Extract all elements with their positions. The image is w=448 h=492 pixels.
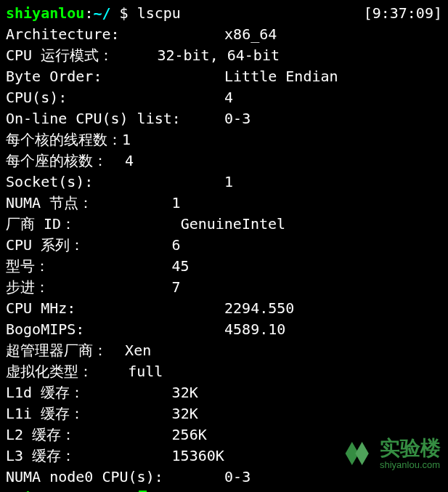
row-pad [76, 424, 171, 445]
row-value: full [128, 361, 163, 382]
row-pad [84, 403, 171, 424]
command-text[interactable]: lscpu [137, 4, 181, 22]
row-pad [76, 298, 224, 319]
prompt-path-2: ~/ [93, 489, 110, 492]
row-label: CPU 系列： [6, 235, 84, 256]
row-label: CPU 运行模式： [6, 45, 113, 66]
row-pad [84, 235, 171, 256]
row-pad [49, 277, 172, 298]
row-value: 7 [172, 277, 181, 298]
time-2: [9:37:12] [364, 488, 442, 492]
row-pad [84, 382, 171, 403]
output-row: 超管理器厂商： Xen [6, 340, 442, 361]
output-row: Byte Order: Little Endian [6, 66, 442, 87]
output-row: 厂商 ID： GenuineIntel [6, 214, 442, 235]
row-pad [76, 214, 181, 235]
row-value: 15360K [172, 445, 224, 467]
row-pad [163, 467, 224, 488]
row-value: 32-bit, 64-bit [157, 45, 280, 66]
output-row: NUMA 节点： 1 [6, 193, 442, 214]
prompt-user: shiyanlou [6, 4, 84, 22]
row-label: CPU(s): [6, 87, 67, 108]
row-label: L1i 缓存： [6, 403, 84, 424]
row-pad [93, 172, 224, 193]
output-row: L1d 缓存： 32K [6, 382, 442, 403]
row-value: 0-3 [224, 108, 251, 129]
row-label: NUMA 节点： [6, 193, 93, 214]
row-value: 1 [172, 193, 181, 214]
row-value: 256K [172, 424, 207, 445]
output-row: NUMA node0 CPU(s): 0-3 [6, 467, 442, 488]
row-pad [120, 24, 225, 45]
row-label: 虚拟化类型： [6, 361, 93, 382]
row-value: 4589.10 [224, 319, 285, 340]
row-label: 步进： [6, 277, 49, 298]
prompt-sep: : [84, 4, 93, 22]
row-pad [93, 361, 128, 382]
output-row: 每个座的核数： 4 [6, 150, 442, 172]
row-value: 45 [172, 256, 190, 277]
output-row: 虚拟化类型： full [6, 361, 442, 382]
output-row: Socket(s): 1 [6, 172, 442, 193]
row-label: 厂商 ID： [6, 214, 76, 235]
output-row: 型号： 45 [6, 256, 442, 277]
output-row: CPU MHz: 2294.550 [6, 298, 442, 319]
row-pad [84, 319, 224, 340]
row-value: 1 [122, 129, 131, 150]
row-pad [181, 108, 224, 129]
row-value: x86_64 [224, 24, 277, 45]
row-value: 6 [172, 235, 181, 256]
output-row: CPU(s): 4 [6, 87, 442, 108]
prompt-left-2: shiyanlou:~/ $ [6, 488, 147, 492]
prompt-line-1: shiyanlou:~/ $ lscpu [9:37:09] [6, 3, 442, 24]
row-pad [113, 45, 157, 66]
row-value: 2294.550 [224, 298, 294, 319]
row-value: Little Endian [224, 66, 338, 87]
row-value: GenuineIntel [181, 214, 286, 235]
output-row: 步进： 7 [6, 277, 442, 298]
row-label: 每个座的核数： [6, 150, 107, 172]
row-pad [49, 256, 172, 277]
row-value: 32K [172, 403, 198, 424]
row-label: On-line CPU(s) list: [6, 108, 181, 129]
prompt-user-2: shiyanlou [6, 489, 84, 492]
row-pad [107, 340, 125, 361]
row-pad [93, 193, 171, 214]
output-row: CPU 运行模式： 32-bit, 64-bit [6, 45, 442, 66]
prompt-dollar-2: $ [111, 489, 137, 492]
row-value: 1 [224, 172, 233, 193]
row-value: 0-3 [224, 467, 251, 488]
row-label: Byte Order: [6, 66, 102, 87]
output-row: Architecture: x86_64 [6, 24, 442, 45]
row-value: 4 [224, 87, 233, 108]
row-value: Xen [125, 340, 151, 361]
row-label: 型号： [6, 256, 49, 277]
output-row: L2 缓存： 256K [6, 424, 442, 445]
prompt-left-1: shiyanlou:~/ $ lscpu [6, 3, 181, 24]
row-label: BogoMIPS: [6, 319, 84, 340]
row-pad [107, 150, 125, 172]
row-value: 32K [172, 382, 198, 403]
lscpu-output: Architecture: x86_64CPU 运行模式： 32-bit, 64… [6, 24, 442, 488]
time-1: [9:37:09] [364, 3, 442, 24]
row-label: CPU MHz: [6, 298, 76, 319]
output-row: On-line CPU(s) list: 0-3 [6, 108, 442, 129]
row-label: Socket(s): [6, 172, 93, 193]
row-pad [102, 66, 224, 87]
row-label: 每个核的线程数： [6, 129, 122, 150]
output-row: 每个核的线程数：1 [6, 129, 442, 150]
prompt-dollar: $ [111, 4, 137, 22]
row-pad [67, 87, 224, 108]
prompt-line-2: shiyanlou:~/ $ [9:37:12] [6, 488, 442, 492]
output-row: BogoMIPS: 4589.10 [6, 319, 442, 340]
row-label: NUMA node0 CPU(s): [6, 467, 163, 488]
output-row: L3 缓存： 15360K [6, 445, 442, 467]
row-label: L3 缓存： [6, 445, 76, 467]
prompt-path: ~/ [93, 4, 110, 22]
row-label: 超管理器厂商： [6, 340, 107, 361]
row-label: L1d 缓存： [6, 382, 84, 403]
row-value: 4 [125, 150, 134, 172]
row-pad [76, 445, 171, 467]
prompt-sep-2: : [84, 489, 93, 492]
output-row: CPU 系列： 6 [6, 235, 442, 256]
